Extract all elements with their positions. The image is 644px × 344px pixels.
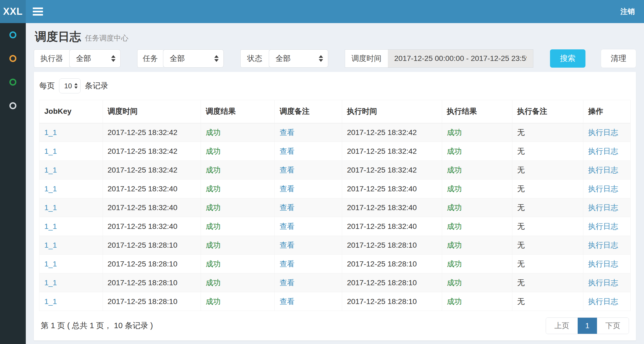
circle-icon <box>9 79 16 86</box>
trigger-time-range-input[interactable] <box>388 49 533 68</box>
trigger-msg-link[interactable]: 查看 <box>280 241 295 249</box>
sidebar-toggle-button[interactable] <box>26 0 50 23</box>
trigger-time-cell: 2017-12-25 18:28:10 <box>103 255 201 273</box>
col-jobkey: JobKey <box>39 100 103 123</box>
handle-result-cell: 成功 <box>442 161 512 180</box>
page-size-select[interactable]: 10 <box>59 78 81 93</box>
trigger-msg-link[interactable]: 查看 <box>280 222 295 230</box>
filter-toolbar: 执行器 全部 任务 全部 状态 全部 调度时间 搜索 清理 <box>34 49 636 68</box>
trigger-msg-link[interactable]: 查看 <box>280 260 295 268</box>
exec-log-link[interactable]: 执行日志 <box>588 147 618 155</box>
trigger-msg-link[interactable]: 查看 <box>280 166 295 174</box>
jobkey-link[interactable]: 1_1 <box>44 203 57 212</box>
col-handle-msg: 执行备注 <box>512 100 583 123</box>
trigger-msg-link[interactable]: 查看 <box>280 203 295 212</box>
page-size-row: 每页 10 条记录 <box>39 78 631 93</box>
page-size-value: 10 <box>64 82 72 90</box>
trigger-time-cell: 2017-12-25 18:32:42 <box>103 142 201 161</box>
log-table-body: 1_1 2017-12-25 18:32:42 成功 查看 2017-12-25… <box>39 123 631 311</box>
handle-msg-cell: 无 <box>512 217 583 236</box>
sidebar-item-4[interactable] <box>0 94 26 118</box>
handle-result-cell: 成功 <box>442 142 512 161</box>
executor-select[interactable]: 全部 <box>69 49 121 68</box>
exec-log-link[interactable]: 执行日志 <box>588 203 618 212</box>
handle-time-cell: 2017-12-25 18:28:10 <box>342 236 442 255</box>
trigger-result-cell: 成功 <box>201 161 274 180</box>
search-button[interactable]: 搜索 <box>550 49 585 68</box>
exec-log-link[interactable]: 执行日志 <box>588 128 618 137</box>
sidebar-item-2[interactable] <box>0 47 26 70</box>
app-logo[interactable]: XXL <box>0 0 26 23</box>
handle-result-cell: 成功 <box>442 180 512 198</box>
handle-time-cell: 2017-12-25 18:32:42 <box>342 142 442 161</box>
time-filter-group: 调度时间 <box>345 49 533 68</box>
handle-msg-cell: 无 <box>512 236 583 255</box>
jobkey-link[interactable]: 1_1 <box>44 241 57 249</box>
trigger-result-cell: 成功 <box>201 217 274 236</box>
status-select[interactable]: 全部 <box>269 49 328 68</box>
page-header: 调度日志 任务调度中心 <box>35 29 635 45</box>
trigger-time-cell: 2017-12-25 18:32:42 <box>103 123 201 142</box>
clear-button[interactable]: 清理 <box>601 49 636 68</box>
exec-log-link[interactable]: 执行日志 <box>588 185 618 193</box>
executor-filter-group: 执行器 全部 <box>34 49 121 68</box>
exec-log-link[interactable]: 执行日志 <box>588 297 618 306</box>
jobkey-link[interactable]: 1_1 <box>44 147 57 155</box>
handle-result-cell: 成功 <box>442 217 512 236</box>
col-trigger-result: 调度结果 <box>201 100 274 123</box>
trigger-time-cell: 2017-12-25 18:32:40 <box>103 217 201 236</box>
exec-log-link[interactable]: 执行日志 <box>588 166 618 174</box>
executor-select-value: 全部 <box>76 53 91 64</box>
jobkey-link[interactable]: 1_1 <box>44 260 57 268</box>
exec-log-link[interactable]: 执行日志 <box>588 260 618 268</box>
page-subtitle: 任务调度中心 <box>85 33 128 43</box>
jobkey-link[interactable]: 1_1 <box>44 222 57 230</box>
exec-log-link[interactable]: 执行日志 <box>588 241 618 249</box>
handle-msg-cell: 无 <box>512 292 583 311</box>
trigger-result-cell: 成功 <box>201 255 274 273</box>
executor-label: 执行器 <box>34 49 69 68</box>
handle-result-cell: 成功 <box>442 292 512 311</box>
handle-time-cell: 2017-12-25 18:28:10 <box>342 292 442 311</box>
trigger-result-cell: 成功 <box>201 142 274 161</box>
prev-page-button[interactable]: 上页 <box>546 318 578 334</box>
trigger-result-cell: 成功 <box>201 273 274 292</box>
select-arrows-icon <box>214 55 219 62</box>
logout-link[interactable]: 注销 <box>611 0 644 23</box>
sidebar-item-3[interactable] <box>0 70 26 94</box>
handle-result-cell: 成功 <box>442 198 512 217</box>
jobkey-link[interactable]: 1_1 <box>44 166 57 174</box>
trigger-msg-link[interactable]: 查看 <box>280 128 295 137</box>
handle-result-cell: 成功 <box>442 273 512 292</box>
col-handle-time: 执行时间 <box>342 100 442 123</box>
trigger-msg-link[interactable]: 查看 <box>280 279 295 287</box>
job-select[interactable]: 全部 <box>163 49 224 68</box>
content-area: 调度日志 任务调度中心 执行器 全部 任务 全部 状态 全部 <box>26 23 644 344</box>
jobkey-link[interactable]: 1_1 <box>44 297 57 306</box>
col-action: 操作 <box>583 100 630 123</box>
trigger-msg-link[interactable]: 查看 <box>280 185 295 193</box>
jobkey-link[interactable]: 1_1 <box>44 128 57 137</box>
trigger-time-cell: 2017-12-25 18:28:10 <box>103 273 201 292</box>
handle-result-cell: 成功 <box>442 123 512 142</box>
next-page-button[interactable]: 下页 <box>597 318 629 334</box>
pagination-summary: 第 1 页 ( 总共 1 页， 10 条记录 ) <box>41 320 153 331</box>
circle-icon <box>9 55 16 62</box>
table-row: 1_1 2017-12-25 18:32:42 成功 查看 2017-12-25… <box>39 161 631 180</box>
sidebar-item-1[interactable] <box>0 23 26 47</box>
handle-result-cell: 成功 <box>442 236 512 255</box>
trigger-time-cell: 2017-12-25 18:32:40 <box>103 180 201 198</box>
exec-log-link[interactable]: 执行日志 <box>588 222 618 230</box>
current-page-button[interactable]: 1 <box>578 318 597 334</box>
top-navbar: XXL 注销 <box>0 0 644 23</box>
job-filter-group: 任务 全部 <box>137 49 224 68</box>
trigger-time-cell: 2017-12-25 18:32:42 <box>103 161 201 180</box>
trigger-msg-link[interactable]: 查看 <box>280 297 295 306</box>
jobkey-link[interactable]: 1_1 <box>44 279 57 287</box>
trigger-result-cell: 成功 <box>201 292 274 311</box>
exec-log-link[interactable]: 执行日志 <box>588 279 618 287</box>
trigger-time-label: 调度时间 <box>345 49 388 68</box>
jobkey-link[interactable]: 1_1 <box>44 185 57 193</box>
trigger-msg-link[interactable]: 查看 <box>280 147 295 155</box>
status-label: 状态 <box>240 49 269 68</box>
